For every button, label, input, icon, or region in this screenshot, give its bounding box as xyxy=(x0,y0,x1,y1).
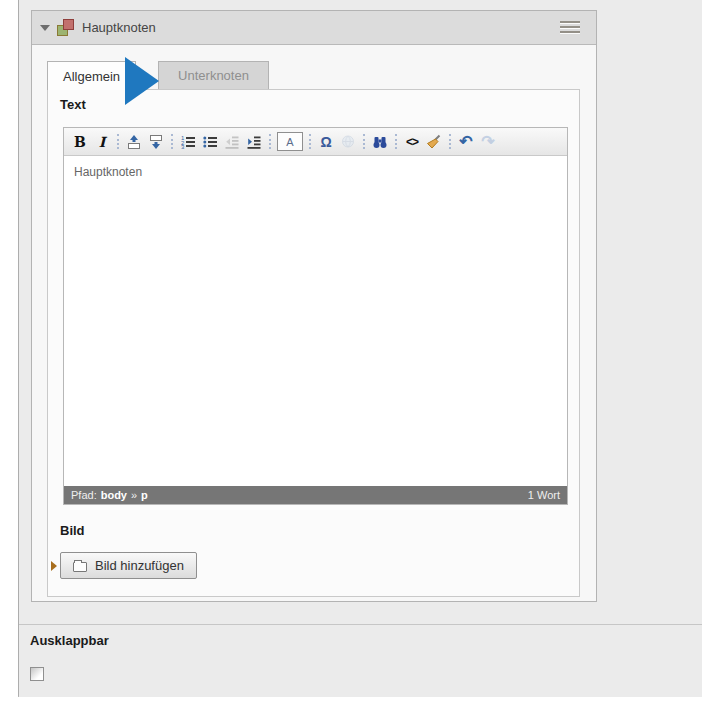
toolbar-separator xyxy=(395,134,397,149)
editor-content[interactable]: Hauptknoten xyxy=(64,156,567,486)
tab-unterknoten[interactable]: Unterknoten xyxy=(158,61,269,89)
path-node-body[interactable]: body xyxy=(101,489,127,501)
bild-collapse-triangle-icon[interactable] xyxy=(51,561,57,571)
word-count: 1 Wort xyxy=(528,489,560,501)
toolbar-find-button[interactable] xyxy=(369,132,391,152)
svg-text:3: 3 xyxy=(181,144,185,150)
toolbar-separator xyxy=(309,134,311,149)
editor-toolbar: BI123AΩ<>↶↷ xyxy=(64,128,567,156)
rich-text-editor: BI123AΩ<>↶↷ Hauptknoten Pfad: body » p 1… xyxy=(63,127,568,505)
page: Hauptknoten Allgemein Unterknoten Text B… xyxy=(0,0,702,713)
toolbar-ordered-list-button[interactable]: 123 xyxy=(177,132,199,152)
toolbar-insert-below-button[interactable] xyxy=(145,132,167,152)
path-label: Pfad: xyxy=(71,489,97,501)
bild-field-label: Bild xyxy=(60,523,85,538)
editor-statusbar: Pfad: body » p 1 Wort xyxy=(64,486,567,504)
text-field-label: Text xyxy=(60,97,86,112)
click-pointer-arrow-icon xyxy=(125,57,159,105)
path-separator: » xyxy=(131,489,137,501)
ausklappbar-section: Ausklappbar xyxy=(19,624,702,697)
folder-icon xyxy=(73,562,87,572)
hamburger-menu-icon[interactable] xyxy=(560,21,580,34)
toolbar-source-code-button[interactable]: <> xyxy=(401,132,423,152)
toolbar-separator xyxy=(117,134,119,149)
toolbar-unordered-list-button[interactable] xyxy=(199,132,221,152)
path-node-p[interactable]: p xyxy=(141,489,148,501)
node-squares-icon xyxy=(57,19,74,36)
panel-title: Hauptknoten xyxy=(82,20,156,35)
ausklappbar-label: Ausklappbar xyxy=(30,633,109,648)
toolbar-undo-button[interactable]: ↶ xyxy=(455,132,477,152)
toolbar-separator xyxy=(449,134,451,149)
collapse-triangle-icon[interactable] xyxy=(40,25,50,31)
toolbar-redo-button: ↷ xyxy=(477,132,499,152)
bild-button-label: Bild hinzufügen xyxy=(95,558,184,573)
toolbar-bold-button[interactable]: B xyxy=(69,132,91,152)
toolbar-indent-button[interactable] xyxy=(243,132,265,152)
toolbar-italic-button[interactable]: I xyxy=(91,132,113,152)
toolbar-special-char-button[interactable]: Ω xyxy=(315,132,337,152)
ausklappbar-checkbox[interactable] xyxy=(30,667,44,681)
tab-content-pane: Text BI123AΩ<>↶↷ Hauptknoten Pfad: body … xyxy=(47,89,580,597)
toolbar-separator xyxy=(363,134,365,149)
toolbar-link-globe-button xyxy=(337,132,359,152)
toolbar-outdent-button xyxy=(221,132,243,152)
panel-header: Hauptknoten xyxy=(32,11,596,45)
toolbar-cleanup-button[interactable] xyxy=(423,132,445,152)
bild-hinzufuegen-button[interactable]: Bild hinzufügen xyxy=(60,552,197,579)
toolbar-char-style-button[interactable]: A xyxy=(277,132,303,151)
toolbar-insert-above-button[interactable] xyxy=(123,132,145,152)
toolbar-separator xyxy=(269,134,271,149)
form-container: Hauptknoten Allgemein Unterknoten Text B… xyxy=(18,0,702,697)
toolbar-separator xyxy=(171,134,173,149)
hauptknoten-panel: Hauptknoten Allgemein Unterknoten Text B… xyxy=(31,10,597,602)
tab-allgemein[interactable]: Allgemein xyxy=(47,61,136,90)
